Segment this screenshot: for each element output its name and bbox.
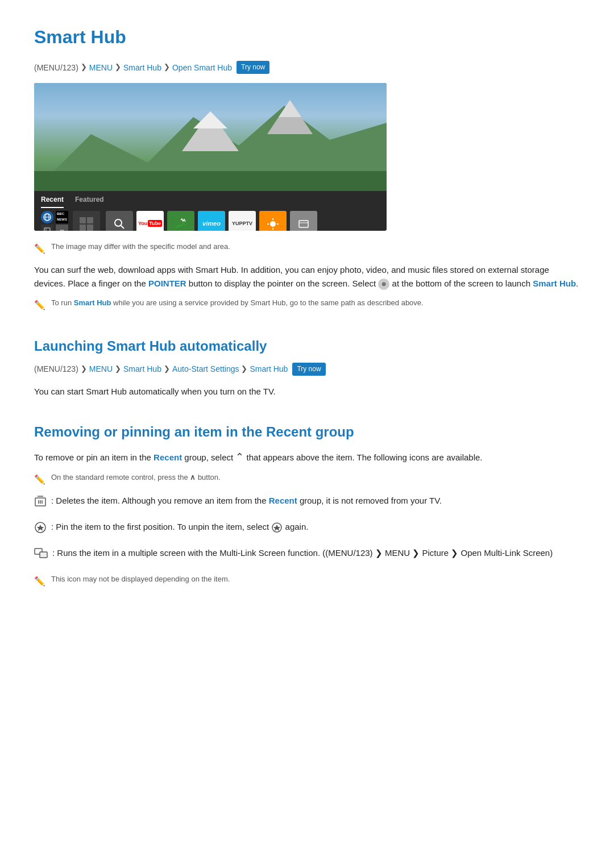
pencil-icon-2: ✏️ [34,298,45,313]
svg-rect-34 [40,552,47,558]
tv-bottom-bar: Recent Featured BBCNEWS [34,191,387,231]
app-icon-yupptv[interactable]: YUPPTV [229,211,256,231]
recent-apps-grid: BBCNEWS [41,211,69,231]
tv-tab-recent[interactable]: Recent [41,194,64,207]
section-3-para: To remove or pin an item in the Recent g… [34,449,580,466]
app-icon-vimeo[interactable]: vimeo [198,211,225,231]
pin-icon-container [34,521,47,534]
breadcrumb-1: (MENU/123) ❯ MENU ❯ Smart Hub ❯ Open Sma… [34,61,580,74]
breadcrumb-s3-multilink[interactable]: Open Multi-Link Screen [460,548,550,558]
svg-rect-15 [80,225,86,231]
icon-display-note: ✏️ This icon may not be displayed depend… [34,574,580,589]
svg-point-17 [115,219,122,226]
section-2-title: Launching Smart Hub automatically [34,335,580,357]
recent-link-1[interactable]: Recent [154,452,182,462]
recent-app-globe [41,211,53,223]
app-icon-search-group: Search [106,211,133,231]
section-3-title: Removing or pinning an item in the Recen… [34,421,580,443]
app-icon-accuweather-group: AccuWeat... [259,211,287,231]
edit-chevron-icon: ⌃ [235,451,244,463]
chevron-s2-2: ❯ [115,363,121,375]
app-icon-tunein[interactable] [167,211,194,231]
tv-tab-featured[interactable]: Featured [75,194,104,207]
svg-point-11 [60,230,61,231]
svg-rect-9 [44,228,50,231]
tv-screenshot: Recent Featured BBCNEWS [34,83,387,231]
try-now-badge-2[interactable]: Try now [292,363,325,376]
recent-app-bbc: BBCNEWS [56,211,68,223]
breadcrumb-menu-link[interactable]: MENU [89,61,113,74]
chevron-3: ❯ [164,61,170,73]
menu-id-2: (MENU/123) [34,363,78,375]
breadcrumb-s3-picture[interactable]: Picture [422,548,449,558]
breadcrumb-s2-menu[interactable]: MENU [89,363,113,375]
delete-icon [34,495,47,508]
recent-app-misc1 [41,225,53,231]
chevron-s2-4: ❯ [241,363,247,375]
icon-list-item-multilink: : Runs the item in a multiple screen wit… [34,546,580,567]
mountain-background [34,83,387,191]
breadcrumb-s3-menu[interactable]: MENU [385,548,410,558]
app-icon-search[interactable] [106,211,133,231]
chevron-1: ❯ [81,61,87,73]
smarthub-link-1[interactable]: Smart Hub [533,279,576,288]
chevron-2: ❯ [115,61,121,73]
mountain-svg [34,83,387,191]
icon-list-item-delete: : Deletes the item. Although you remove … [34,494,580,514]
app-icon-yupptv-group: YUPPTV YuppTV [229,211,256,231]
icon-list-item-pin: : Pin the item to the first position. To… [34,520,580,541]
svg-rect-13 [80,217,86,223]
pin-icon [34,521,47,534]
multilink-icon [34,547,48,560]
chevron-s2-1: ❯ [81,363,87,375]
image-note: ✏️ The image may differ with the specifi… [34,241,580,256]
app-icon-myco-group: MY CO... [290,211,317,231]
pin-again-icon [271,522,283,533]
multilink-icon-container [34,547,48,560]
pencil-icon-4: ✏️ [34,574,45,589]
app-icon-tunein-group: TuneIn [167,211,194,231]
app-icon-accuweather[interactable] [259,211,287,231]
svg-marker-2 [193,111,227,128]
pin-item-text: : Pin the item to the first position. To… [51,520,308,534]
chevron-s2-3: ❯ [164,363,170,375]
svg-rect-24 [299,221,308,227]
breadcrumb-s2-smarthub[interactable]: Smart Hub [123,363,161,375]
app-icon-vimeo-group: vimeo Vimeo [198,211,225,231]
pointer-link[interactable]: POINTER [148,279,186,288]
breadcrumb-s2-smarthub2[interactable]: Smart Hub [250,363,288,375]
apps-section-label: APPS [73,211,100,231]
app-icon-myco[interactable] [290,211,317,231]
svg-line-18 [121,225,125,229]
delete-icon-container [34,495,47,508]
menu-id-3: (MENU/123) [325,548,372,558]
try-now-badge-1[interactable]: Try now [237,61,269,74]
svg-rect-14 [87,217,93,223]
breadcrumb-open-smarthub-link[interactable]: Open Smart Hub [172,61,232,74]
remote-button-symbol: ∧ [190,473,196,481]
breadcrumb-2: (MENU/123) ❯ MENU ❯ Smart Hub ❯ Auto-Sta… [34,363,580,376]
svg-point-19 [270,221,276,227]
recent-app-cat [56,225,68,231]
smarthub-link-2[interactable]: Smart Hub [74,298,111,307]
svg-point-12 [63,230,64,231]
recent-link-2[interactable]: Recent [269,496,297,505]
section-2-para: You can start Smart Hub automatically wh… [34,385,580,398]
pencil-icon-1: ✏️ [34,242,45,256]
remote-control-note: ✏️ On the standard remote control, press… [34,472,580,487]
smarthub-icon-inline: ⊕ [378,279,389,290]
svg-rect-5 [34,171,387,191]
main-para-1: You can surf the web, download apps with… [34,263,580,290]
breadcrumb-smarthub-link[interactable]: Smart Hub [123,61,161,74]
breadcrumb-s2-autostart[interactable]: Auto-Start Settings [172,363,239,375]
multilink-item-text: : Runs the item in a multiple screen wit… [52,546,553,560]
smarthub-run-note: ✏️ To run Smart Hub while you are using … [34,297,580,313]
pencil-icon-3: ✏️ [34,472,45,487]
svg-rect-16 [87,225,93,231]
app-icon-youtube[interactable]: YouTube [136,211,164,231]
menu-id-1: (MENU/123) [34,61,78,74]
page-title: Smart Hub [34,23,580,52]
app-icon-youtube-group: YouTube YouTube [136,211,164,231]
delete-item-text: : Deletes the item. Although you remove … [51,494,442,508]
